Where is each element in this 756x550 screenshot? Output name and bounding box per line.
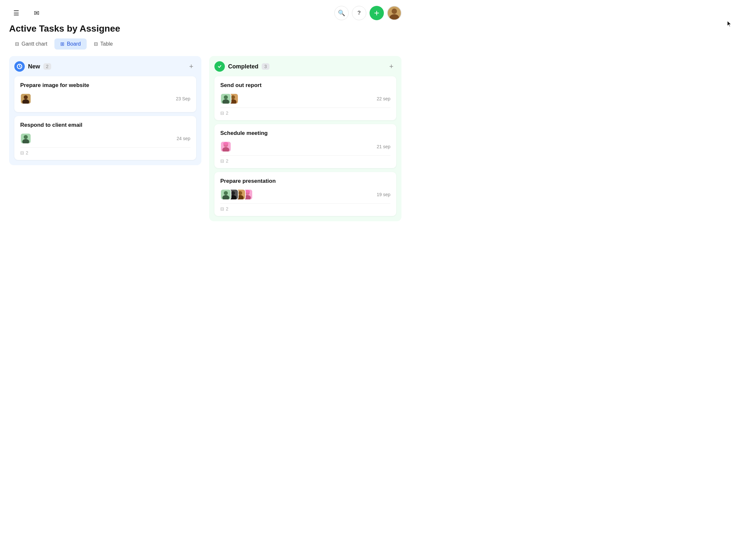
card-prepare-presentation-date: 19 sep — [377, 192, 390, 197]
new-col-title: New — [28, 63, 40, 70]
svg-point-22 — [224, 191, 228, 195]
card-prepare-image-date: 23 Sep — [176, 96, 190, 101]
help-button[interactable]: ? — [352, 6, 366, 20]
avatar-1-img — [21, 93, 31, 104]
card-schedule-meeting: Schedule meeting 2 — [214, 124, 396, 168]
subtask-icon-1: ⊟ — [20, 150, 24, 155]
avatar-2 — [20, 133, 31, 144]
card-schedule-meeting-meta: 21 sep — [220, 141, 390, 152]
card-send-report-footer: ⊟ 2 — [220, 108, 390, 116]
column-completed: Completed 3 + Send out report — [209, 56, 401, 221]
user-avatar[interactable] — [387, 6, 401, 20]
svg-point-25 — [231, 191, 235, 195]
card-schedule-meeting-date: 21 sep — [377, 144, 390, 149]
new-col-add-button[interactable]: + — [186, 62, 196, 71]
add-icon: + — [374, 8, 379, 18]
tab-table[interactable]: ⊟ Table — [88, 38, 119, 50]
card-prepare-presentation-meta: 19 sep — [220, 189, 390, 200]
card-respond-email-meta: 24 sep — [20, 133, 190, 144]
subtask-icon-4: ⊟ — [220, 158, 224, 164]
subtask-icon-5: ⊟ — [220, 206, 224, 211]
card-send-report-subtasks: 2 — [226, 110, 228, 116]
mail-button[interactable]: ✉ — [29, 6, 44, 20]
avatar-3 — [220, 93, 231, 104]
card-respond-email-footer: ⊟ 2 — [20, 147, 190, 155]
column-new: New 2 + Prepare image for website — [9, 56, 201, 165]
card-prepare-image-title: Prepare image for website — [20, 82, 190, 89]
gantt-icon: ⊟ — [15, 41, 19, 47]
page-title-section: Active Tasks by Assignee — [0, 23, 411, 38]
avatar-1 — [20, 93, 31, 104]
svg-point-28 — [238, 191, 242, 195]
card-respond-email-title: Respond to client email — [20, 122, 190, 128]
completed-status-icon — [214, 61, 225, 72]
avatar-5-img — [221, 141, 231, 152]
avatar-6 — [220, 189, 231, 200]
completed-col-count: 3 — [262, 63, 269, 70]
help-icon: ? — [357, 10, 361, 16]
card-send-report-title: Send out report — [220, 82, 390, 89]
add-button[interactable]: + — [370, 6, 384, 20]
svg-point-13 — [222, 99, 229, 104]
menu-icon: ☰ — [13, 9, 19, 17]
completed-icon-svg — [217, 64, 223, 69]
col-header-left-new: New 2 — [14, 61, 51, 72]
card-prepare-image-meta: 23 Sep — [20, 93, 190, 104]
card-schedule-meeting-footer: ⊟ 2 — [220, 155, 390, 164]
col-header-left-completed: Completed 3 — [214, 61, 269, 72]
table-icon: ⊟ — [94, 41, 98, 47]
tab-board[interactable]: ⊞ Board — [54, 38, 87, 50]
svg-point-5 — [24, 95, 28, 99]
svg-point-15 — [231, 95, 235, 99]
header-left: ☰ ✉ — [9, 6, 44, 20]
card-respond-email-subtasks: 2 — [26, 150, 28, 155]
tab-gantt[interactable]: ⊟ Gantt chart — [9, 38, 53, 50]
card-schedule-meeting-subtasks: 2 — [226, 158, 228, 164]
card-prepare-image-avatars — [20, 93, 29, 104]
new-icon-svg — [17, 64, 22, 69]
app-container: ☰ ✉ 🔍 ? + — [0, 0, 411, 230]
avatar-3-img — [221, 93, 231, 104]
completed-col-title: Completed — [228, 63, 258, 70]
card-prepare-presentation-avatars — [220, 189, 251, 200]
card-prepare-presentation-title: Prepare presentation — [220, 178, 390, 184]
menu-button[interactable]: ☰ — [9, 6, 23, 20]
avatar-2-img — [21, 133, 31, 144]
card-prepare-presentation: Prepare presentation — [214, 172, 396, 216]
svg-point-1 — [392, 8, 397, 14]
header: ☰ ✉ 🔍 ? + — [0, 0, 411, 23]
card-prepare-presentation-footer: ⊟ 2 — [220, 203, 390, 211]
svg-point-23 — [222, 195, 229, 200]
tab-board-label: Board — [67, 41, 81, 47]
card-prepare-presentation-subtasks: 2 — [226, 206, 228, 211]
column-new-header: New 2 + — [14, 61, 196, 72]
view-tabs: ⊟ Gantt chart ⊞ Board ⊟ Table — [0, 38, 411, 56]
svg-point-10 — [217, 64, 222, 69]
svg-point-8 — [24, 135, 28, 139]
board-icon: ⊞ — [60, 41, 65, 47]
card-send-report-avatars — [220, 93, 237, 104]
svg-point-9 — [22, 139, 29, 144]
tab-gantt-label: Gantt chart — [22, 41, 47, 47]
mail-icon: ✉ — [34, 9, 39, 17]
search-icon: 🔍 — [338, 9, 345, 17]
new-status-icon — [14, 61, 25, 72]
new-col-count: 2 — [43, 63, 51, 70]
card-respond-email-date: 24 sep — [177, 136, 190, 141]
subtask-icon-3: ⊟ — [220, 110, 224, 116]
card-schedule-meeting-title: Schedule meeting — [220, 130, 390, 137]
card-respond-email-avatars — [20, 133, 29, 144]
svg-point-6 — [22, 99, 29, 104]
search-button[interactable]: 🔍 — [334, 6, 349, 20]
svg-point-19 — [222, 147, 229, 152]
avatar-5 — [220, 141, 231, 152]
completed-col-add-button[interactable]: + — [386, 62, 396, 71]
page-title: Active Tasks by Assignee — [9, 23, 401, 34]
svg-point-20 — [223, 142, 228, 145]
board: New 2 + Prepare image for website — [0, 56, 411, 230]
card-send-report: Send out report — [214, 76, 396, 120]
card-send-report-meta: 22 sep — [220, 93, 390, 104]
avatar-6-img — [221, 189, 231, 200]
card-schedule-meeting-avatars — [220, 141, 229, 152]
card-send-report-date: 22 sep — [377, 96, 390, 101]
